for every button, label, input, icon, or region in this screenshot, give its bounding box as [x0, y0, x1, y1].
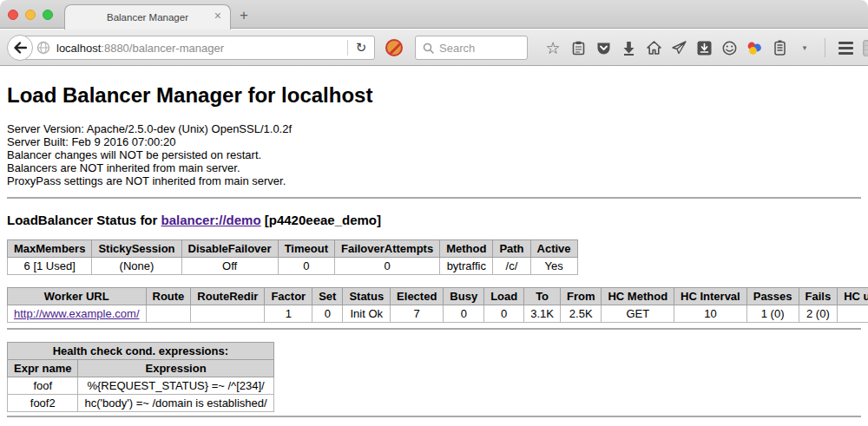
table-header-row: Expr name Expression — [8, 360, 274, 377]
cell-failoverattempts: 0 — [334, 258, 439, 275]
cell-busy: 0 — [444, 305, 484, 323]
cell-hc-method: GET — [602, 305, 674, 323]
cell-status: Init Ok — [343, 305, 391, 323]
col-expression: Expression — [78, 360, 273, 377]
reload-button[interactable]: ↻ — [348, 40, 374, 56]
cell-worker-url: http://www.example.com/ — [8, 305, 147, 323]
pocket-icon[interactable] — [595, 40, 611, 56]
search-icon — [423, 43, 434, 54]
clipboard-icon[interactable] — [570, 40, 586, 56]
cell-hc-interval: 10 — [674, 305, 747, 323]
persist-notice-line: Balancer changes will NOT be persisted o… — [7, 148, 861, 161]
divider-rule — [7, 197, 861, 199]
col-method: Method — [440, 240, 493, 258]
cell-route — [146, 305, 191, 323]
search-input[interactable] — [439, 42, 517, 55]
cell-expr-name: foof — [8, 377, 78, 395]
menu-icon[interactable] — [838, 40, 853, 56]
cell-stickysession: (None) — [92, 258, 181, 275]
server-built-line: Server Built: Feb 9 2016 07:00:20 — [7, 135, 861, 148]
col-passes: Passes — [746, 288, 799, 305]
balancer-summary-table: MaxMembers StickySession DisableFailover… — [7, 239, 578, 275]
health-table-title: Health check cond. expressions: — [8, 343, 274, 360]
toolbar-icons: ☆ — [545, 29, 868, 66]
col-failoverattempts: FailoverAttempts — [334, 240, 439, 258]
col-busy: Busy — [444, 288, 484, 305]
divider-rule — [7, 328, 861, 330]
table-row: http://www.example.com/ 1 0 Init Ok 7 0 … — [8, 305, 868, 323]
tab-title: Balancer Manager — [107, 12, 188, 23]
cell-factor: 1 — [265, 305, 312, 323]
url-domain: localhost — [56, 42, 101, 55]
balancer-demo-link[interactable]: balancer://demo — [161, 213, 261, 227]
tab-strip: Balancer Manager × + — [0, 0, 868, 29]
table-title-row: Health check cond. expressions: — [8, 343, 274, 360]
col-set: Set — [312, 288, 343, 305]
zoom-window-button[interactable] — [43, 10, 53, 20]
tab-balancer-manager[interactable]: Balancer Manager × — [64, 4, 231, 29]
bookmark-star-icon[interactable]: ☆ — [545, 40, 561, 56]
cell-passes: 1 (0) — [746, 305, 799, 323]
new-tab-button[interactable]: + — [240, 7, 248, 24]
col-status: Status — [343, 288, 391, 305]
save-to-square-icon[interactable] — [696, 40, 712, 56]
tab-close-icon[interactable]: × — [214, 10, 221, 22]
status-heading-suffix: [p4420eeae_demo] — [265, 213, 381, 227]
cell-routeredir — [191, 305, 265, 323]
flashblock-icon[interactable] — [385, 39, 403, 56]
worker-table: Worker URL Route RouteRedir Factor Set S… — [7, 287, 868, 323]
url-text[interactable]: localhost:8880/balancer-manager — [56, 42, 224, 55]
worker-url-link[interactable]: http://www.example.com/ — [14, 307, 140, 320]
col-active: Active — [530, 240, 577, 258]
navigation-toolbar: localhost:8880/balancer-manager ↻ ☆ — [0, 29, 868, 66]
col-factor: Factor — [265, 288, 312, 305]
cell-from: 2.5K — [560, 305, 602, 323]
cell-load: 0 — [484, 305, 524, 323]
battery-icon[interactable] — [772, 40, 787, 56]
col-fails: Fails — [799, 288, 838, 305]
col-hc-uri: HC uri — [838, 288, 868, 305]
col-elected: Elected — [391, 288, 444, 305]
smiley-icon[interactable] — [721, 40, 737, 56]
send-tab-icon[interactable] — [671, 40, 687, 56]
cell-expression: %{REQUEST_STATUS} =~ /^[234]/ — [78, 377, 273, 395]
col-routeredir: RouteRedir — [191, 288, 265, 305]
extension-grid-icon[interactable] — [863, 40, 868, 56]
col-hc-method: HC Method — [602, 288, 674, 305]
color-dots-icon[interactable] — [746, 40, 762, 56]
cell-set: 0 — [312, 305, 343, 323]
minimize-window-button[interactable] — [25, 10, 36, 20]
cell-elected: 7 — [391, 305, 444, 323]
search-bar[interactable] — [415, 36, 528, 60]
table-header-row: Worker URL Route RouteRedir Factor Set S… — [8, 288, 868, 305]
table-header-row: MaxMembers StickySession DisableFailover… — [8, 240, 578, 258]
col-load: Load — [484, 288, 524, 305]
back-button[interactable] — [7, 35, 33, 61]
cell-disablefailover: Off — [181, 258, 278, 275]
back-arrow-icon — [13, 42, 27, 54]
col-stickysession: StickySession — [92, 240, 181, 258]
url-path: :8880/balancer-manager — [101, 42, 224, 55]
cell-hc-uri — [838, 305, 868, 323]
cell-maxmembers: 6 [1 Used] — [8, 258, 92, 275]
server-info: Server Version: Apache/2.5.0-dev (Unix) … — [7, 122, 861, 187]
page-content: Load Balancer Manager for localhost Serv… — [0, 66, 868, 426]
loadbalancer-status-heading: LoadBalancer Status for balancer://demo … — [7, 213, 861, 227]
chevron-down-icon[interactable]: ▾ — [797, 40, 812, 56]
toolbar-divider — [825, 38, 825, 57]
cell-expression: hc('body') =~ /domain is established/ — [78, 395, 273, 412]
health-check-table: Health check cond. expressions: Expr nam… — [7, 342, 274, 412]
col-from: From — [560, 288, 602, 305]
col-path: Path — [493, 240, 530, 258]
close-window-button[interactable] — [8, 10, 18, 20]
col-to: To — [524, 288, 561, 305]
home-icon[interactable] — [646, 40, 661, 56]
cell-to: 3.1K — [524, 305, 561, 323]
table-row: foof %{REQUEST_STATUS} =~ /^[234]/ — [8, 377, 274, 395]
url-bar[interactable]: localhost:8880/balancer-manager ↻ — [20, 36, 375, 60]
cell-timeout: 0 — [278, 258, 334, 275]
globe-icon — [36, 41, 50, 55]
proxypass-notice-line: ProxyPass settings are NOT inherited fro… — [7, 174, 861, 187]
col-expr-name: Expr name — [8, 360, 78, 377]
downloads-icon[interactable] — [621, 40, 636, 56]
